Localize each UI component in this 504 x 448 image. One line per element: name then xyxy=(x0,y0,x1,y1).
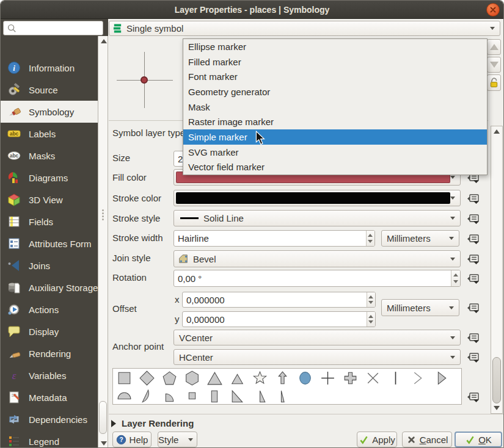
offset-x-spinbox[interactable] xyxy=(182,292,376,308)
shape-cross[interactable] xyxy=(316,369,339,387)
properties-scrollbar[interactable] xyxy=(491,126,503,414)
shape-circle-selected[interactable] xyxy=(294,369,316,387)
ok-button[interactable]: OK xyxy=(455,432,502,447)
style-button[interactable]: Style xyxy=(158,432,197,447)
anchor-horizontal-combo[interactable]: HCenter xyxy=(173,349,461,365)
scroll-down-icon[interactable] xyxy=(494,406,500,410)
stroke-width-input[interactable] xyxy=(174,233,366,244)
lock-colors-button[interactable] xyxy=(487,74,501,91)
sidebar-item-actions[interactable]: Actions xyxy=(1,298,98,320)
sidebar-item-symbology[interactable]: Symbology xyxy=(1,101,98,123)
sidebar-item-rendering[interactable]: Rendering xyxy=(1,342,98,364)
shape-hexagon[interactable] xyxy=(181,369,203,387)
rotation-input[interactable] xyxy=(174,273,451,284)
sidebar-item-display[interactable]: Display xyxy=(1,320,98,342)
shape-half-triangle[interactable] xyxy=(249,387,271,405)
stroke-width-unit-combo[interactable]: Millimeters xyxy=(381,230,459,247)
shape-star[interactable] xyxy=(249,369,271,387)
shape-pentagon[interactable] xyxy=(158,369,181,387)
sidebar-item-diagrams[interactable]: Diagrams xyxy=(1,167,98,189)
shape-triangle[interactable] xyxy=(203,369,226,387)
sidebar-item-metadata[interactable]: Metadata xyxy=(1,386,98,408)
scroll-down-icon[interactable] xyxy=(101,441,107,446)
sidebar-item-labels[interactable]: abcLabels xyxy=(1,123,98,145)
sidebar-scrollbar[interactable] xyxy=(98,36,108,448)
sidebar-item-information[interactable]: iInformation xyxy=(1,57,98,79)
dropdown-item-raster-image-marker[interactable]: Raster image marker xyxy=(183,114,487,129)
sidebar-item-joins[interactable]: Joins xyxy=(1,255,98,276)
stroke-style-override-button[interactable] xyxy=(466,212,481,226)
spinner[interactable] xyxy=(367,292,375,307)
properties-scrollbar-thumb[interactable] xyxy=(492,357,501,403)
shape-arrowhead[interactable] xyxy=(407,369,429,387)
stroke-style-combo[interactable]: Solid Line xyxy=(173,210,461,226)
shape-left-half-triangle[interactable] xyxy=(271,387,294,405)
offset-y-spinbox[interactable] xyxy=(182,311,376,327)
offset-y-input[interactable] xyxy=(183,314,367,325)
shape-line[interactable] xyxy=(384,369,407,387)
move-layer-up-button[interactable] xyxy=(487,39,501,55)
stroke-color-button[interactable] xyxy=(173,190,461,206)
offset-override-button[interactable] xyxy=(466,301,481,315)
spinner[interactable] xyxy=(367,312,375,327)
layer-rendering-section[interactable]: Layer Rendering xyxy=(111,418,194,428)
offset-x-input[interactable] xyxy=(183,295,367,305)
renderer-combo[interactable]: Single symbol xyxy=(109,21,500,36)
dropdown-item-ellipse-marker[interactable]: Ellipse marker xyxy=(183,39,487,54)
dropdown-item-font-marker[interactable]: Font marker xyxy=(183,69,487,84)
stroke-width-override-button[interactable] xyxy=(466,232,481,246)
shape-diagonal-half-square[interactable] xyxy=(226,387,249,405)
scroll-up-icon[interactable] xyxy=(494,129,500,134)
anchor-vertical-combo[interactable]: VCenter xyxy=(173,330,461,345)
sidebar-item-legend[interactable]: Legend xyxy=(1,430,98,448)
shape-override-button[interactable] xyxy=(466,390,481,404)
sidebar-item-masks[interactable]: abcMasks xyxy=(1,145,98,167)
sidebar-item-auxiliary-storage[interactable]: Auxiliary Storage xyxy=(1,276,98,298)
dropdown-item-filled-marker[interactable]: Filled marker xyxy=(183,54,487,70)
rotation-spinbox[interactable] xyxy=(173,270,461,287)
dropdown-item-mask[interactable]: Mask xyxy=(183,99,487,115)
shape-quarter-circle[interactable] xyxy=(158,387,181,405)
splitter-handle[interactable] xyxy=(102,208,104,222)
sidebar-item-variables[interactable]: εVariables xyxy=(1,364,98,386)
close-button[interactable] xyxy=(486,3,500,16)
anchor-vertical-override-button[interactable] xyxy=(466,331,481,345)
stroke-color-override-button[interactable] xyxy=(466,192,481,206)
join-style-override-button[interactable] xyxy=(466,252,481,266)
shape-diamond[interactable] xyxy=(136,369,158,387)
dropdown-item-geometry-generator[interactable]: Geometry generator xyxy=(183,84,487,99)
cancel-button[interactable]: Cancel xyxy=(402,432,452,447)
apply-button[interactable]: Apply xyxy=(357,432,397,447)
shape-semi-circle[interactable] xyxy=(113,387,136,405)
sidebar-scrollbar-thumb[interactable] xyxy=(99,401,107,434)
rotation-override-button[interactable] xyxy=(466,272,481,286)
shape-arrow[interactable] xyxy=(271,369,294,387)
shape-square[interactable] xyxy=(113,369,136,387)
join-style-combo[interactable]: Bevel xyxy=(173,250,461,267)
sidebar-item-attributes-form[interactable]: Attributes Form xyxy=(1,233,98,255)
sidebar-item-fields[interactable]: Fields xyxy=(1,211,98,233)
dropdown-item-svg-marker[interactable]: SVG marker xyxy=(183,145,487,160)
help-button[interactable]: ? Help xyxy=(112,432,152,447)
dropdown-item-simple-marker[interactable]: Simple marker xyxy=(183,129,487,145)
move-layer-down-button[interactable] xyxy=(487,57,501,73)
shape-third-circle[interactable] xyxy=(136,387,158,405)
stroke-width-spinbox[interactable] xyxy=(173,230,375,247)
shape-quarter-square[interactable] xyxy=(181,387,203,405)
sidebar-item-3d-view[interactable]: 3D View xyxy=(1,189,98,211)
sidebar-item-dependencies[interactable]: Dependencies xyxy=(1,408,98,430)
dropdown-item-vector-field-marker[interactable]: Vector field marker xyxy=(183,159,487,175)
search-box[interactable] xyxy=(3,21,103,35)
shape-cross-fill[interactable] xyxy=(339,369,362,387)
shape-right-half-triangle[interactable] xyxy=(429,369,452,387)
scroll-up-icon[interactable] xyxy=(101,39,107,43)
search-input[interactable] xyxy=(17,23,97,33)
title-bar[interactable]: Layer Properties - places | Symbology xyxy=(1,1,503,19)
offset-unit-combo[interactable]: Millimeters xyxy=(381,299,459,316)
sidebar-item-source[interactable]: Source xyxy=(1,79,98,101)
spinner[interactable] xyxy=(451,270,460,286)
shape-half-square[interactable] xyxy=(203,387,226,405)
shape-cross2[interactable] xyxy=(362,369,384,387)
anchor-horizontal-override-button[interactable] xyxy=(466,350,481,364)
shape-equilateral-triangle[interactable] xyxy=(226,369,249,387)
